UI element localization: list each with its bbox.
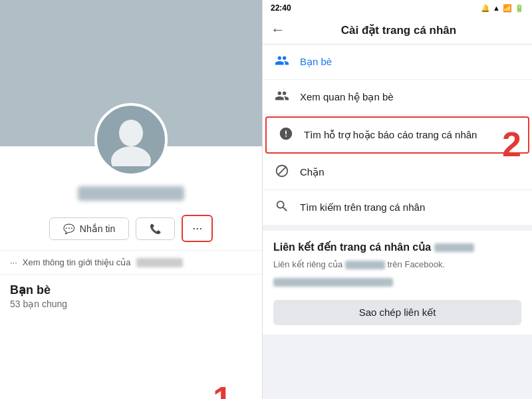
back-button[interactable]: ← (271, 21, 285, 39)
relationship-icon (273, 88, 291, 106)
friends-title: Bạn bè (10, 283, 252, 297)
call-button[interactable]: 📞 (136, 217, 175, 240)
messenger-icon: 💬 (63, 223, 74, 234)
info-row: ··· Xem thông tin giới thiệu của (0, 250, 262, 274)
svg-point-0 (119, 120, 143, 146)
report-label: Tìm hỗ trợ hoặc báo cáo trang cá nhân (304, 129, 477, 141)
block-label: Chặn (300, 166, 325, 178)
menu-item-report[interactable]: Tìm hỗ trợ hoặc báo cáo trang cá nhân (265, 116, 529, 154)
signal-icon: 📶 (503, 4, 512, 13)
relationship-label: Xem quan hệ bạn bè (300, 91, 394, 103)
right-panel: 22:40 🔔 ▲ 📶 🔋 ← Cài đặt trang cá nhân Bạ… (263, 0, 532, 399)
more-icon: ··· (192, 221, 202, 235)
search-label: Tìm kiếm trên trang cá nhân (300, 201, 425, 213)
battery-icon: 🔋 (515, 4, 524, 13)
action-buttons: 💬 Nhắn tin 📞 ··· 1 (0, 207, 262, 250)
menu-item-relationship[interactable]: Xem quan hệ bạn bè (263, 80, 532, 115)
message-button[interactable]: 💬 Nhắn tin (49, 217, 129, 240)
status-bar: 22:40 🔔 ▲ 📶 🔋 (263, 0, 532, 16)
dots-icon: ··· (10, 257, 17, 267)
menu-item-friends[interactable]: Bạn bè (263, 45, 532, 80)
friends-icon (273, 53, 291, 70)
info-text: Xem thông tin giới thiệu của (23, 257, 131, 267)
link-name-blur-2 (345, 261, 385, 269)
link-section: Liên kết đến trang cá nhân của Liên kết … (263, 231, 532, 334)
block-icon (273, 164, 291, 181)
step-number-1: 1 (213, 379, 232, 399)
info-name-blur (136, 258, 183, 267)
status-time: 22:40 (271, 3, 291, 13)
link-description: Liên kết riêng của trên Facebook. (273, 259, 521, 271)
report-icon (277, 126, 295, 144)
menu-item-search[interactable]: Tìm kiếm trên trang cá nhân (263, 190, 532, 225)
svg-point-1 (111, 146, 151, 166)
menu-list: Bạn bè Xem quan hệ bạn bè Tìm hỗ t (263, 45, 532, 225)
menu-item-block[interactable]: Chặn (263, 155, 532, 190)
profile-name-area (0, 183, 262, 207)
right-panel-inner: Bạn bè Xem quan hệ bạn bè Tìm hỗ t (263, 45, 532, 399)
profile-url-blur (273, 278, 393, 287)
copy-link-button[interactable]: Sao chép liên kết (273, 300, 521, 325)
message-button-label: Nhắn tin (80, 223, 115, 234)
call-icon: 📞 (150, 223, 161, 234)
settings-header: ← Cài đặt trang cá nhân (263, 16, 532, 45)
left-panel: 💬 Nhắn tin 📞 ··· 1 ··· Xem thông tin giớ… (0, 0, 263, 399)
search-icon (273, 199, 291, 216)
wifi-icon: ▲ (493, 4, 500, 12)
friends-label: Bạn bè (300, 56, 332, 68)
friends-section: Bạn bè 53 bạn chung (0, 274, 262, 312)
avatar (94, 103, 168, 176)
settings-title: Cài đặt trang cá nhân (293, 23, 504, 37)
step-number-2: 2 (502, 124, 521, 164)
avatar-silhouette (104, 113, 158, 166)
link-section-title: Liên kết đến trang cá nhân của (273, 240, 521, 255)
cover-photo (0, 0, 262, 146)
more-button[interactable]: ··· (182, 215, 213, 242)
notification-icon: 🔔 (481, 4, 490, 13)
link-name-blur (434, 243, 474, 252)
status-icons: 🔔 ▲ 📶 🔋 (481, 4, 524, 13)
profile-name-blur (78, 186, 184, 201)
avatar-container (94, 103, 168, 176)
friends-count: 53 bạn chung (10, 299, 252, 309)
